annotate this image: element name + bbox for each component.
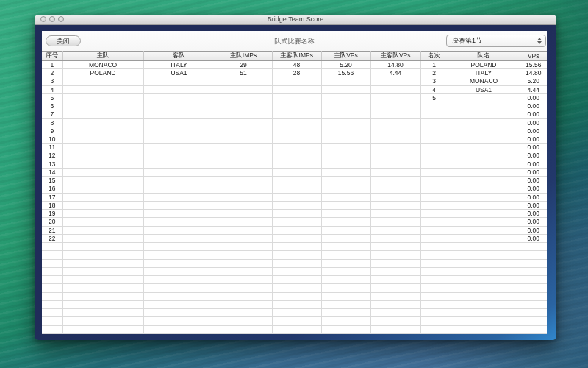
table-cell (143, 284, 215, 292)
table-row[interactable] (42, 276, 547, 284)
table-row[interactable] (42, 267, 547, 275)
table-row[interactable]: 110.00 (42, 144, 547, 152)
table-cell (272, 201, 321, 209)
table-row[interactable] (42, 251, 547, 259)
table-cell (215, 259, 272, 267)
table-cell: 6 (42, 102, 62, 110)
table-cell: ITALY (448, 69, 520, 77)
table-cell (62, 284, 143, 292)
table-row[interactable] (42, 243, 547, 251)
table-cell (370, 226, 420, 234)
table-row[interactable]: 120.00 (42, 152, 547, 160)
table-cell (321, 85, 370, 93)
table-row[interactable]: 1MONACOITALY29485.2014.801POLAND15.56 (42, 61, 547, 69)
table-cell: 0.00 (520, 234, 547, 242)
table-row[interactable] (42, 317, 547, 325)
table-cell (143, 127, 215, 135)
table-cell (448, 276, 520, 284)
table-cell (42, 292, 62, 300)
table-cell (143, 210, 215, 218)
table-row[interactable]: 2POLANDUSA1512815.564.442ITALY14.80 (42, 69, 547, 77)
column-header: 队名 (448, 52, 520, 61)
table-cell (215, 243, 272, 251)
table-cell (62, 251, 143, 259)
table-row[interactable]: 550.00 (42, 93, 547, 102)
table-row[interactable] (42, 284, 547, 292)
table-cell: 13 (42, 160, 62, 168)
table-cell: POLAND (448, 61, 520, 69)
table-row[interactable]: 33MONACO5.20 (42, 77, 547, 85)
score-table-body: 1MONACOITALY29485.2014.801POLAND15.562PO… (42, 61, 547, 334)
column-header: 主客队IMPs (272, 52, 321, 61)
table-cell (520, 276, 547, 284)
table-cell (62, 102, 143, 110)
titlebar[interactable]: Bridge Team Score (35, 15, 556, 25)
table-cell (215, 160, 272, 168)
table-row[interactable]: 90.00 (42, 127, 547, 135)
table-cell: 4.44 (370, 69, 420, 77)
table-cell (321, 193, 370, 201)
table-cell (370, 110, 420, 118)
table-row[interactable]: 140.00 (42, 169, 547, 177)
table-cell: 5.20 (321, 61, 370, 69)
table-cell: 15 (42, 177, 62, 185)
table-row[interactable]: 180.00 (42, 201, 547, 209)
table-cell (62, 144, 143, 152)
table-cell (272, 284, 321, 292)
table-cell (448, 102, 520, 110)
session-select[interactable]: 决赛第1节 (446, 35, 546, 47)
table-row[interactable]: 100.00 (42, 135, 547, 144)
table-cell (42, 276, 62, 284)
table-cell (448, 210, 520, 218)
table-cell: MONACO (448, 77, 520, 85)
table-row[interactable]: 150.00 (42, 177, 547, 185)
table-cell (215, 77, 272, 85)
table-cell (321, 177, 370, 185)
table-row[interactable]: 220.00 (42, 234, 547, 242)
table-cell (370, 193, 420, 201)
table-row[interactable]: 210.00 (42, 226, 547, 234)
table-row[interactable]: 44USA14.44 (42, 85, 547, 93)
table-cell: 0.00 (520, 93, 547, 102)
score-table: 序号主队客队主队IMPs主客队IMPs主队VPs主客队VPs名次队名VPs 1M… (42, 51, 547, 334)
table-cell: USA1 (448, 85, 520, 93)
table-cell: 4 (420, 85, 448, 93)
table-row[interactable] (42, 259, 547, 267)
table-cell (321, 284, 370, 292)
table-cell (448, 160, 520, 168)
table-row[interactable]: 170.00 (42, 193, 547, 201)
session-select-value: 决赛第1节 (447, 36, 537, 46)
table-row[interactable] (42, 300, 547, 308)
table-row[interactable]: 200.00 (42, 218, 547, 226)
table-cell (420, 259, 448, 267)
table-cell (42, 267, 62, 275)
table-row[interactable] (42, 309, 547, 317)
table-cell (321, 118, 370, 127)
table-cell (62, 110, 143, 118)
table-cell (62, 85, 143, 93)
table-row[interactable]: 60.00 (42, 102, 547, 110)
table-cell (143, 276, 215, 284)
column-header: VPs (520, 52, 547, 61)
table-cell (370, 144, 420, 152)
table-cell (420, 284, 448, 292)
table-cell (370, 177, 420, 185)
table-cell (143, 259, 215, 267)
table-row[interactable]: 70.00 (42, 110, 547, 118)
table-row[interactable] (42, 292, 547, 300)
table-cell (448, 292, 520, 300)
window-frame: 关闭 队式比赛名称 决赛第1节 序号主队客队主队IMPs主客队IMPs主队VPs… (35, 25, 556, 340)
table-cell: 2 (420, 69, 448, 77)
table-cell (520, 317, 547, 325)
table-cell (215, 135, 272, 144)
table-row[interactable]: 130.00 (42, 160, 547, 168)
table-cell (272, 259, 321, 267)
table-row[interactable]: 160.00 (42, 185, 547, 193)
table-row[interactable] (42, 325, 547, 333)
table-row[interactable]: 190.00 (42, 210, 547, 218)
table-row[interactable]: 80.00 (42, 118, 547, 127)
table-cell (272, 152, 321, 160)
table-cell (520, 251, 547, 259)
table-cell (448, 317, 520, 325)
table-cell (62, 276, 143, 284)
